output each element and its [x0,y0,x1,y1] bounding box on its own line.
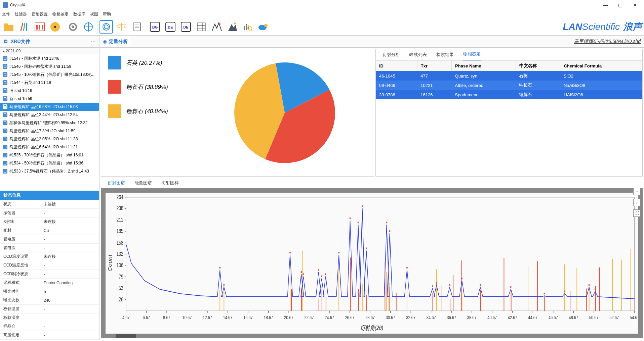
tb-fingerprint-icon[interactable] [99,20,113,34]
table-cell: 477 [417,71,451,81]
menu-diffraction[interactable]: 衍射设置 [32,11,48,17]
table-header[interactable]: ID [376,61,417,71]
file-list[interactable]: ▸ 2021-09#1547 - 国标水泥.shd 13:46#1546 - 国… [0,48,99,191]
tb-cloud-gear-icon[interactable] [256,20,270,34]
toolbar: BG BE DE LANScientific浪声 [0,18,644,36]
tb-de-icon[interactable]: DE [179,20,193,34]
svg-rect-39 [246,24,247,30]
tb-peaks-icon[interactable] [210,20,224,34]
file-item[interactable]: 马里锂辉矿-品位7.3%Li2O.shd 11:59 [0,127,99,135]
table-header[interactable]: Phase Name [452,61,516,71]
table-header[interactable]: 中文名称 [516,61,560,71]
menu-filter[interactable]: 过滤器 [15,11,27,17]
xrd-chart[interactable]: 2653791061321581852112382644.676.678.671… [106,193,638,334]
file-item[interactable]: #1533 - 37.5%锂辉石（伟晶岩）2.shd 14:43 [0,167,99,175]
zoom-horizontal-icon[interactable]: ↔ [633,188,641,195]
file-item[interactable]: #1544 - 石英.shd 11:18 [0,79,99,87]
chart-tab[interactable]: 衍射图谱 [108,180,125,186]
svg-point-35 [218,23,220,25]
svg-point-44 [264,24,268,27]
result-tab[interactable]: 峰线列表 [409,52,427,60]
table-row[interactable]: 09-046610221Albite, ordered钠长石NaAlSi3O8 [376,81,642,90]
minimize-button[interactable]: — [599,2,612,8]
file-item[interactable]: 马里锂辉矿-品位6.58%Li2O.shd 15:03 [0,103,99,111]
file-item[interactable]: #1535 - 70%锂辉石（伟晶岩）.shd 16:01 [0,151,99,159]
tb-report-icon[interactable] [130,20,144,34]
file-glyph-icon [3,137,7,141]
status-value: - [44,237,99,242]
table-row[interactable]: 33-078616126Spodumene锂辉石LiAlSi2O6 [376,90,642,99]
window-title: CrystalX [10,3,25,7]
tb-be-icon[interactable]: BE [164,20,177,34]
file-item[interactable]: #1534 - 50%锂辉石（伟晶岩）.shd 15:36 [0,159,99,167]
status-key: 曝光次数 [0,297,44,303]
file-item[interactable]: #1547 - 国标水泥.shd 13:46 [0,54,99,62]
svg-marker-36 [228,24,237,31]
file-item[interactable]: 新.shd 15:59 [0,95,99,103]
table-header[interactable]: Chemical Formula [560,61,642,71]
file-item[interactable]: #1545 - 10%锂辉石（伟晶矿）曝光10s.180次... [0,70,99,79]
menu-db[interactable]: 数据库 [73,11,85,17]
titlebar: CrystalX — ▢ ✕ [0,0,644,10]
table-row[interactable]: 46-1045477Quartz, syn石英SiO2 [376,71,642,81]
result-tab[interactable]: 衍射分析 [383,52,400,60]
close-button[interactable]: ✕ [629,2,641,8]
status-value: PhotonCounting [44,281,99,285]
svg-point-178 [406,267,408,269]
file-glyph-icon [3,145,7,149]
svg-rect-45 [126,197,635,311]
file-glyph-icon [3,64,7,69]
file-item[interactable]: 马里锂辉矿-品位6.64%Li2O.shd 11:21 [0,143,99,151]
file-item[interactable]: 马里锂辉矿-品位2.44%Li2O.shd 12:54 [0,111,99,119]
tb-grid-icon[interactable] [195,20,208,34]
tb-search-chart-icon[interactable] [241,20,254,34]
result-tab[interactable]: 检索结果 [436,52,454,60]
status-value: Cu [44,228,99,233]
result-tab[interactable]: 物相鉴定 [463,51,481,60]
svg-text:26.67: 26.67 [345,314,355,320]
status-value: 240 [44,298,99,303]
tb-folder-icon[interactable] [2,20,15,34]
chart-h-scroll[interactable] [106,334,638,338]
svg-text:衍射角(2θ): 衍射角(2θ) [360,324,383,332]
svg-point-164 [223,284,225,286]
file-item[interactable]: 马里锂辉矿-品位2.05%Li2O.shd 11:38 [0,135,99,143]
chart-tab[interactable]: 能量图谱 [134,180,152,186]
tb-gear-icon[interactable] [66,20,80,34]
menu-view[interactable]: 视图 [90,11,98,17]
tb-balance-icon[interactable] [115,20,128,34]
tb-radiation-icon[interactable] [48,20,62,34]
file-name: #1547 - 国标水泥.shd 13:46 [9,56,96,61]
file-item[interactable]: #1546 - 国标硅酸盐水泥.shd 11:59 [0,62,99,70]
panel-more-icon[interactable]: ⋯ [90,38,96,45]
svg-text:BG: BG [152,25,158,29]
menu-phase[interactable]: 物相鉴定 [52,11,69,17]
tb-target-icon[interactable] [82,20,95,34]
legend-label: 锂辉石 (40.84%) [126,107,168,115]
svg-point-179 [432,285,433,287]
svg-text:50.67: 50.67 [589,314,599,320]
status-value: - [44,246,99,250]
table-cell: 33-0786 [376,90,417,99]
file-item[interactable]: 晶状体马里锂辉矿-锂辉石99.99%.shd 12:32 [0,119,99,127]
date-group[interactable]: ▸ 2021-09 [0,48,99,54]
svg-text:12.67: 12.67 [203,314,212,320]
svg-point-170 [325,273,326,275]
svg-point-169 [321,276,322,277]
menu-file[interactable]: 文件 [2,11,10,17]
status-head: 状态信息 [0,191,99,200]
xrd-chart-wrap: 2653791061321581852112382644.676.678.671… [101,188,643,338]
menu-help[interactable]: 帮助 [103,11,111,17]
table-header[interactable]: Txr [417,61,451,71]
phase-table: IDTxrPhase Name中文名称Chemical Formula 46-1… [376,61,642,99]
chart-tab[interactable]: 衍射图样 [161,180,179,186]
tb-bg-icon[interactable]: BG [148,20,162,34]
tb-mountain-icon[interactable] [226,20,239,34]
file-item[interactable]: 旧.shd 16:19 [0,87,99,95]
tb-vials-icon[interactable] [33,20,46,34]
zoom-vertical-icon[interactable]: ↕ [633,199,641,206]
fullscreen-icon[interactable]: ⛶ [633,209,641,217]
maximize-button[interactable]: ▢ [614,2,627,8]
svg-point-182 [461,278,462,279]
tb-tubes-icon[interactable] [17,20,31,34]
